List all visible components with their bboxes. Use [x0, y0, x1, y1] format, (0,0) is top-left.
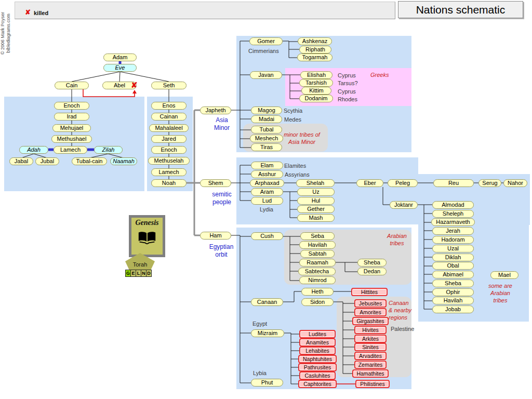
- legend-bar: ✘ killed: [15, 2, 395, 19]
- node-sheleph: Sheleph: [432, 210, 474, 218]
- node-madai: Madai: [251, 115, 282, 123]
- node-arkites: Arkites: [354, 335, 387, 343]
- torah-books-row: GELND: [126, 270, 152, 277]
- node-lamech-seth: Lamech: [151, 168, 187, 176]
- label-minor-tribes: minor tribes of Asia Minor: [284, 131, 320, 145]
- killed-x-icon: ✘: [25, 9, 31, 16]
- node-magog: Magog: [251, 107, 282, 114]
- edge: [119, 72, 120, 82]
- node-joktan: Joktanr: [390, 201, 418, 209]
- node-ashkenaz: Ashkenaz: [298, 37, 332, 45]
- node-sabtah: Sabtah: [300, 250, 335, 258]
- copyright-line-2: biblediagrams.com: [6, 14, 11, 53]
- node-shem: Shem: [200, 179, 231, 187]
- node-lehabites: Lehabites: [299, 347, 336, 355]
- label-medes: Medes: [284, 116, 301, 123]
- node-girgashites: Girgashites: [352, 317, 389, 325]
- label-cyprus-1: Cyprus: [338, 72, 356, 79]
- node-eber: Eber: [356, 179, 383, 187]
- node-jobab: Jobab: [432, 305, 474, 313]
- node-gomer: Gomer: [249, 37, 283, 45]
- node-hamathites: Hamathites: [352, 369, 389, 378]
- label-some-arabian: some are Arabian tribes: [488, 282, 512, 304]
- node-arvadites: Arvadites: [354, 352, 387, 360]
- torah-book-D: D: [146, 270, 152, 277]
- node-elam: Elam: [251, 162, 283, 169]
- node-casluhites: Casluhites: [299, 371, 336, 380]
- edge: [120, 72, 169, 82]
- label-egyptian-orbit: Egyptian orbit: [209, 243, 234, 259]
- node-arphaxad: Arphaxad: [250, 179, 284, 187]
- node-irad: Irad: [54, 113, 89, 121]
- node-cush: Cush: [251, 232, 283, 240]
- node-aram: Aram: [251, 188, 283, 196]
- panel-cain-descendants: [4, 97, 144, 191]
- label-cyprus-2: Cyprus: [338, 88, 356, 95]
- node-uz: Uz: [297, 188, 335, 196]
- node-hul: Hul: [297, 197, 335, 205]
- edge: [72, 72, 120, 82]
- node-tiras: Tiras: [251, 143, 282, 151]
- node-jerah: Jerah: [432, 227, 474, 235]
- node-phut: Phut: [251, 379, 283, 387]
- copyright-line-1: © 2006 Mark Poyser: [0, 12, 5, 55]
- node-havilah-cush: Havilah: [299, 241, 336, 249]
- label-scythia: Scythia: [284, 107, 302, 114]
- node-meshech: Meshech: [250, 135, 283, 142]
- node-pathrusites: Pathrusites: [298, 363, 337, 371]
- node-hadoram: Hadoram: [432, 236, 474, 244]
- node-jebusites: Jebusites: [354, 299, 387, 308]
- node-cainan: Cainan: [151, 113, 187, 121]
- torah-label: Torah: [133, 261, 148, 268]
- label-palestine: Palestine: [391, 325, 414, 332]
- label-tarsus: Tarsus?: [338, 79, 358, 87]
- node-mael: Mael: [490, 271, 518, 279]
- node-serug: Serug: [478, 179, 501, 187]
- node-dodanim: Dodanim: [299, 95, 333, 102]
- label-lydia: Lydia: [260, 206, 273, 213]
- node-jubal: Jubal: [35, 157, 59, 165]
- node-riphath: Riphath: [299, 46, 331, 54]
- label-semitic-people: semitic people: [212, 191, 231, 206]
- node-javan: Javan: [250, 71, 282, 79]
- node-ham: Ham: [200, 232, 231, 240]
- label-canaan-nearby: Canaan & nearby regions: [389, 299, 411, 321]
- node-hazarmaveth: Hazarmaveth: [431, 218, 475, 226]
- label-arabian-tribes: Arabian tribes: [387, 232, 407, 247]
- node-lamech-cain: Lamech: [54, 146, 87, 154]
- node-sheba-joktan: Sheba: [432, 280, 474, 287]
- node-sheba-raamah: Sheba: [357, 259, 387, 267]
- node-reu: Reu: [433, 179, 474, 187]
- node-ludites: Ludites: [299, 330, 336, 338]
- node-tarshish: Tarshish: [299, 79, 333, 87]
- copyright-text: © 2006 Mark Poyserbiblediagrams.com: [0, 4, 12, 63]
- node-lud: Lud: [251, 197, 283, 205]
- node-elishah: Elishah: [300, 71, 332, 79]
- node-mehujael: Mehujael: [52, 124, 91, 132]
- node-anamites: Anamites: [299, 338, 336, 347]
- node-mizraim: Mizraim: [251, 329, 284, 337]
- node-japheth: Japheth: [200, 107, 231, 114]
- label-egypt: Egypt: [252, 320, 267, 327]
- node-dedan: Dedan: [357, 268, 387, 275]
- node-tubal: Tubal: [251, 126, 282, 134]
- label-rhodes: Rhodes: [338, 96, 357, 103]
- node-adam: Adam: [103, 54, 137, 61]
- node-almodad: Almodad: [432, 201, 474, 209]
- node-hivites: Hivites: [354, 326, 387, 334]
- node-zemarites: Zemarites: [354, 361, 387, 369]
- diagram-canvas: AdamEveCainAbelSethEnochIradMehujaelMeth…: [0, 0, 532, 399]
- node-ophir: Ophir: [432, 288, 474, 296]
- killed-arrowhead: [132, 90, 137, 94]
- node-cain: Cain: [55, 82, 89, 89]
- node-naamah: Naamah: [110, 157, 137, 165]
- legend-killed-label: killed: [34, 10, 48, 16]
- label-greeks: Greeks: [370, 71, 389, 78]
- node-shelah: Shelah: [296, 179, 335, 187]
- node-sidon: Sidon: [301, 298, 334, 306]
- node-zilah: Zilah: [94, 146, 123, 154]
- node-enos: Enos: [151, 102, 187, 110]
- node-togarmah: Togarmah: [297, 54, 332, 61]
- label-elamites: Elamites: [284, 162, 306, 169]
- label-lybia: Lybia: [253, 369, 267, 377]
